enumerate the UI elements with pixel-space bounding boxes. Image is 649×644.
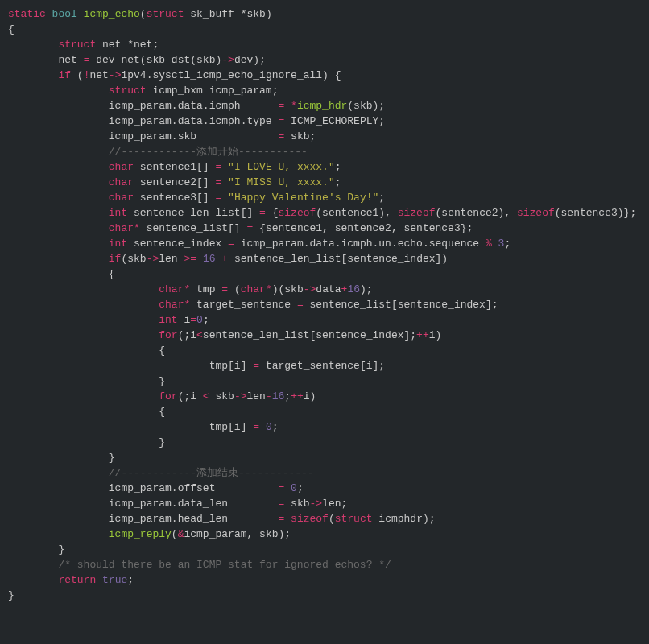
keyword: char	[8, 192, 134, 204]
text: (skb);	[347, 100, 385, 112]
keyword: sizeof	[278, 207, 316, 219]
code-line-13: char sentence1[] = "I LOVE U, xxxx.";	[8, 159, 641, 175]
text: {	[266, 207, 279, 219]
operator: =	[259, 207, 266, 219]
text: data	[316, 283, 341, 295]
function-call: icmp_hdr	[297, 100, 347, 112]
keyword: int	[8, 237, 127, 250]
code-line-25: {	[8, 343, 641, 358]
text: ;	[272, 421, 279, 433]
text: sentence1[]	[134, 161, 215, 173]
text: ;	[284, 390, 291, 402]
text: i)	[429, 329, 442, 341]
operator: *	[134, 222, 140, 234]
keyword: struct	[335, 513, 373, 525]
code-line-12: //------------添加开始-----------	[8, 144, 641, 159]
text: icmp_param, skb);	[184, 528, 291, 540]
operator: ->	[109, 69, 122, 81]
text: len	[159, 253, 184, 265]
text: tmp[i]	[8, 421, 253, 433]
text: icmp_param.data.icmph.un.echo.sequence	[234, 237, 486, 250]
code-line-22: char* target_sentence = sentence_list[se…	[8, 297, 641, 312]
keyword: static	[8, 8, 46, 20]
brace: }	[8, 589, 14, 601]
operator: ->	[304, 283, 316, 295]
keyword: struct	[8, 85, 147, 97]
function-name: icmp_echo	[77, 8, 140, 20]
text: ipv4.sysctl_icmp_echo_ignore_all) {	[121, 69, 341, 81]
code-line-6: if (!net->ipv4.sysctl_icmp_echo_ignore_a…	[8, 68, 641, 83]
text: sentence2[]	[134, 176, 215, 188]
text: ICMP_ECHOREPLY;	[284, 115, 385, 127]
text: sentence_list[]	[140, 222, 247, 234]
text: net *net;	[96, 39, 159, 51]
code-line-36: icmp_param.head_len = sizeof(struct icmp…	[8, 511, 641, 526]
text: i	[178, 314, 191, 326]
code-line-35: icmp_param.data_len = skb->len;	[8, 496, 641, 511]
code-line-33: //------------添加结束------------	[8, 465, 641, 481]
text: ;	[335, 161, 341, 173]
string: "I LOVE U, xxxx."	[228, 161, 335, 173]
string: "Happy Valentine's Day!"	[228, 192, 378, 204]
text: target_sentence	[190, 299, 297, 311]
text: skb	[284, 497, 309, 510]
keyword: char	[8, 283, 184, 295]
text: sentence_len_list[sentence_index])	[228, 253, 448, 265]
text: (	[172, 528, 178, 540]
operator: +	[216, 253, 229, 265]
code-line-3: struct net *net;	[8, 37, 641, 52]
operator: ++	[416, 329, 429, 341]
number: 16	[347, 283, 360, 295]
code-line-24: for(;i<sentence_len_list[sentence_index]…	[8, 328, 641, 343]
code-line-23: int i=0;	[8, 312, 641, 328]
keyword: struct	[8, 39, 96, 51]
text: icmp_param.data.icmph.type	[8, 115, 278, 127]
operator: ->	[221, 54, 234, 66]
text: sentence_list[sentence_index];	[304, 299, 498, 311]
text: dev);	[234, 54, 266, 66]
text: ;	[297, 482, 304, 494]
code-line-31: }	[8, 435, 641, 450]
code-line-15: char sentence3[] = "Happy Valentine's Da…	[8, 190, 641, 205]
code-line-20: {	[8, 266, 641, 282]
text: icmp_param.offset	[8, 482, 278, 494]
function-call: icmp_reply	[8, 528, 172, 540]
brace: {	[8, 345, 165, 357]
comment: //------------添加开始-----------	[8, 146, 308, 158]
number: 0	[196, 314, 203, 326]
text: i)	[304, 390, 316, 402]
code-line-19: if(skb->len >= 16 + sentence_len_list[se…	[8, 251, 641, 266]
keyword: char	[8, 222, 134, 234]
operator: *	[266, 283, 272, 295]
text: sk_buff *skb)	[184, 8, 271, 20]
brace: }	[8, 543, 64, 555]
text: (	[71, 69, 84, 81]
keyword: char	[8, 176, 134, 188]
code-line-32: }	[8, 450, 641, 465]
operator: ->	[147, 253, 159, 265]
boolean: true	[102, 574, 127, 586]
operator: <	[203, 390, 209, 402]
code-line-40: return true;	[8, 572, 641, 588]
code-line-11: icmp_param.skb = skb;	[8, 129, 641, 144]
text: skb;	[284, 130, 316, 142]
brace: {	[8, 268, 115, 280]
number: 0	[266, 421, 272, 433]
text: (skb	[121, 253, 146, 265]
keyword: for	[8, 329, 178, 341]
text: icmp_param.data.icmph	[8, 100, 278, 112]
text: (	[140, 8, 147, 20]
text: icmp_param.data_len	[8, 497, 278, 510]
operator: =	[253, 421, 259, 433]
text: (	[228, 283, 241, 295]
brace: }	[8, 452, 115, 464]
code-line-26: tmp[i] = target_sentence[i];	[8, 358, 641, 374]
keyword: for	[8, 390, 178, 402]
code-line-21: char* tmp = (char*)(skb->data+16);	[8, 282, 641, 297]
text: {sentence1, sentence2, sentence3};	[253, 222, 473, 234]
text: icmp_param.head_len	[8, 513, 278, 525]
text: icmp_bxm icmp_param;	[147, 85, 279, 97]
keyword: char	[8, 299, 184, 311]
code-line-14: char sentence2[] = "I MISS U, xxxx.";	[8, 175, 641, 190]
text: ;	[378, 192, 385, 204]
